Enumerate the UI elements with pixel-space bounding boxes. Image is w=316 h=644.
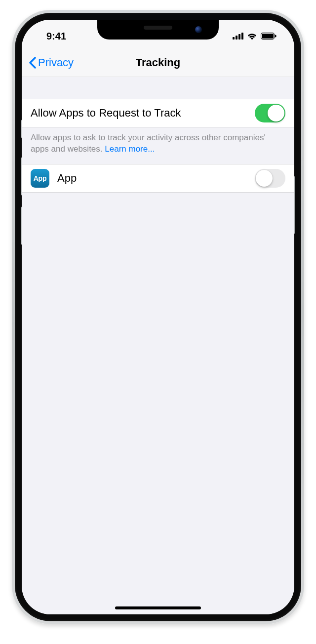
- back-button[interactable]: Privacy: [27, 48, 76, 77]
- battery-icon: [261, 33, 276, 40]
- screen: 9:41: [22, 20, 294, 614]
- svg-rect-5: [262, 34, 274, 39]
- status-icons: [233, 29, 278, 40]
- svg-rect-3: [241, 33, 243, 40]
- app-icon: App: [31, 169, 49, 188]
- content-area: Allow Apps to Request to Track Allow app…: [22, 77, 294, 614]
- nav-bar: Privacy Tracking: [22, 48, 294, 77]
- notch: [97, 20, 219, 40]
- app-row: App App: [22, 164, 294, 193]
- app-icon-label: App: [34, 174, 47, 182]
- front-camera: [195, 26, 202, 33]
- svg-rect-6: [275, 35, 276, 38]
- back-label: Privacy: [38, 56, 74, 69]
- device-bezel: 9:41: [15, 13, 301, 621]
- allow-tracking-label: Allow Apps to Request to Track: [31, 107, 255, 120]
- allow-tracking-toggle[interactable]: [255, 104, 285, 122]
- allow-tracking-row: Allow Apps to Request to Track: [22, 99, 294, 127]
- toggle-knob: [256, 170, 273, 187]
- speaker-grille: [144, 26, 172, 30]
- status-time: 9:41: [38, 27, 66, 42]
- device-frame: 9:41: [12, 10, 304, 624]
- app-label: App: [57, 172, 255, 185]
- home-indicator[interactable]: [115, 606, 201, 609]
- app-tracking-toggle[interactable]: [255, 169, 285, 188]
- svg-rect-2: [238, 34, 240, 40]
- svg-rect-1: [236, 36, 237, 40]
- wifi-icon: [247, 33, 257, 40]
- cellular-signal-icon: [233, 33, 243, 40]
- learn-more-link[interactable]: Learn more...: [105, 144, 155, 154]
- toggle-knob: [268, 105, 284, 121]
- chevron-left-icon: [29, 57, 36, 69]
- section-footer: Allow apps to ask to track your activity…: [22, 127, 294, 164]
- svg-rect-0: [233, 37, 235, 40]
